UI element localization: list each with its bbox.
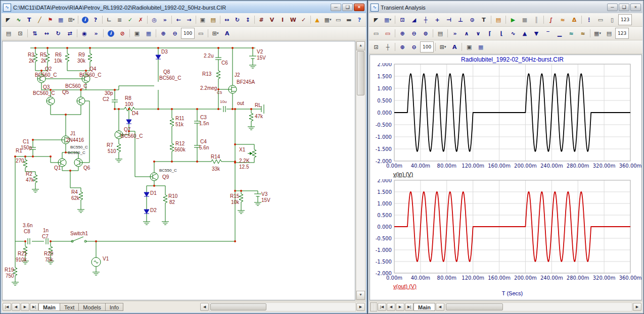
horizontal-scroll-thumb[interactable]: [446, 303, 503, 310]
high-button[interactable]: ⌈: [484, 28, 495, 39]
undo-button[interactable]: ←: [173, 14, 183, 25]
inflection-button[interactable]: ∿: [508, 28, 519, 39]
copy-picture-button[interactable]: ▦: [143, 28, 154, 39]
vertical-scroll-track[interactable]: [356, 96, 365, 291]
delete-waveform-button[interactable]: ▭: [382, 28, 393, 39]
flag-mode-button[interactable]: ⚑: [45, 14, 56, 25]
minimize-button[interactable]: ─: [331, 4, 341, 11]
vertical-scrollbar[interactable]: ▲ ▼: [356, 41, 365, 300]
line-mode-button[interactable]: ╱: [35, 14, 45, 25]
scroll-up-icon[interactable]: ▲: [356, 41, 365, 50]
bottom-button[interactable]: ▁: [554, 28, 565, 39]
point-tag-button[interactable]: +: [432, 14, 443, 25]
auto-scale-button[interactable]: ⊚: [420, 28, 431, 39]
vout-plot[interactable]: 0.00m40.00m80.00m120.00m160.00m200.00m24…: [370, 179, 642, 283]
nav-next-button[interactable]: ▶: [21, 303, 29, 311]
wire-mode-button[interactable]: ∿: [14, 14, 24, 25]
global-high-button[interactable]: ▲: [519, 28, 530, 39]
display-options-button[interactable]: ⊞▾: [210, 28, 221, 39]
tab-main[interactable]: Main: [38, 303, 60, 311]
stepping-button[interactable]: ≈: [557, 14, 568, 25]
zoom-out-button[interactable]: ⊖: [169, 28, 180, 39]
horizontal-scrollbar[interactable]: [209, 302, 356, 311]
pause-button[interactable]: ║: [531, 14, 542, 25]
zoom-level-button[interactable]: 100: [181, 28, 195, 39]
splitter-button[interactable]: [370, 302, 377, 311]
point-to-point-button[interactable]: ∟: [104, 14, 114, 25]
hscroll-right-button[interactable]: ▶: [356, 303, 365, 311]
zoom-in-button[interactable]: ⊕: [397, 41, 408, 53]
nav-next-button[interactable]: ▶: [396, 303, 404, 311]
pan-button[interactable]: ┼: [382, 41, 393, 53]
properties-button[interactable]: ▤: [493, 14, 504, 25]
currents-button[interactable]: I: [278, 14, 288, 25]
add-waveform-button[interactable]: ▭: [371, 28, 382, 39]
series-label-vout[interactable]: v(out) (V): [393, 283, 417, 289]
info-button[interactable]: i: [105, 28, 116, 39]
restore-limit-scales-button[interactable]: ▤: [435, 28, 446, 39]
flip-box-button[interactable]: ⇄: [64, 28, 75, 39]
scroll-down-icon[interactable]: ▼: [356, 291, 365, 300]
scale-mode-button[interactable]: ◢: [408, 14, 420, 25]
low-button[interactable]: ⌊: [496, 28, 507, 39]
component-select-button[interactable]: ⊞▾: [66, 14, 76, 25]
close-button[interactable]: ×: [630, 4, 641, 11]
enable-region-button[interactable]: ✓: [125, 14, 135, 25]
tab-main[interactable]: Main: [413, 303, 435, 311]
cursor-mode-button[interactable]: ┼: [420, 14, 431, 25]
copy-button[interactable]: ▣: [464, 41, 475, 53]
data-points-button[interactable]: ⋮: [583, 14, 594, 25]
powers-button[interactable]: W: [288, 14, 298, 25]
repeat-find-button[interactable]: »: [90, 28, 102, 39]
envelope-lower-button[interactable]: ≈: [577, 28, 588, 39]
copy-button[interactable]: ▣: [198, 14, 208, 25]
step-box-button[interactable]: ⇅: [29, 28, 40, 39]
maximize-button[interactable]: ❑: [619, 4, 629, 11]
grid-button[interactable]: ▦▾: [323, 14, 333, 25]
run-button[interactable]: ▶: [508, 14, 519, 25]
node-voltages-button[interactable]: V: [267, 14, 277, 25]
horizontal-scroll-thumb[interactable]: [210, 303, 266, 310]
zoom-in-button[interactable]: ⊕: [158, 28, 169, 39]
disable-region-button[interactable]: ✗: [136, 14, 146, 25]
nav-last-button[interactable]: ▶|: [405, 303, 413, 311]
find-next-button[interactable]: »: [160, 14, 170, 25]
zoom-out-button[interactable]: ⊖: [408, 28, 420, 39]
mirror-button[interactable]: ↔: [222, 14, 232, 25]
tab-info[interactable]: Info: [105, 303, 123, 311]
text-mode-button[interactable]: T: [24, 14, 34, 25]
rotate-box-button[interactable]: ↻: [53, 28, 64, 39]
no-errors-button[interactable]: ⊘: [117, 28, 128, 39]
vertical-scroll-thumb[interactable]: [357, 51, 364, 95]
flip-button[interactable]: ↕: [243, 14, 253, 25]
nav-last-button[interactable]: ▶|: [30, 303, 38, 311]
hscroll-left-button[interactable]: ◀: [200, 303, 209, 311]
go-to-x-button[interactable]: »: [449, 28, 461, 39]
display-options-button[interactable]: ⊞▾: [437, 41, 448, 53]
horizontal-tag-button[interactable]: ⊣: [443, 14, 454, 25]
pages-button[interactable]: ▭: [595, 14, 606, 25]
peak-button[interactable]: ∧: [461, 28, 472, 39]
mirror-box-button[interactable]: ↔: [41, 28, 52, 39]
watch-button[interactable]: ▯: [607, 14, 618, 25]
title-block-button[interactable]: ▬: [344, 14, 354, 25]
info-mode-button[interactable]: i: [80, 14, 90, 25]
picture-mode-button[interactable]: ▦: [56, 14, 66, 25]
font-button[interactable]: A: [449, 41, 460, 53]
font-button[interactable]: A: [221, 28, 233, 39]
hscroll-left-button[interactable]: ◀: [436, 303, 444, 311]
select-mode-button[interactable]: ◤: [371, 14, 382, 25]
copy-picture-button[interactable]: ▦: [475, 41, 486, 53]
redo-button[interactable]: →: [184, 14, 194, 25]
select-mode-button[interactable]: ◤: [3, 14, 13, 25]
help-mode-button[interactable]: ?: [90, 14, 101, 25]
envelope-upper-button[interactable]: ≈: [566, 28, 577, 39]
conditions-button[interactable]: ✓: [299, 14, 309, 25]
analysis-titlebar[interactable]: Transient Analysis ─ ❑ ×: [369, 2, 642, 13]
border-button[interactable]: ▭: [333, 14, 343, 25]
copy-to-clipboard-button[interactable]: ▣: [131, 28, 143, 39]
maximize-button[interactable]: ❑: [342, 4, 353, 11]
paste-button[interactable]: ▤: [208, 14, 218, 25]
nav-first-button[interactable]: |◀: [378, 303, 386, 311]
zoom-mode-button[interactable]: ⊡: [397, 14, 408, 25]
